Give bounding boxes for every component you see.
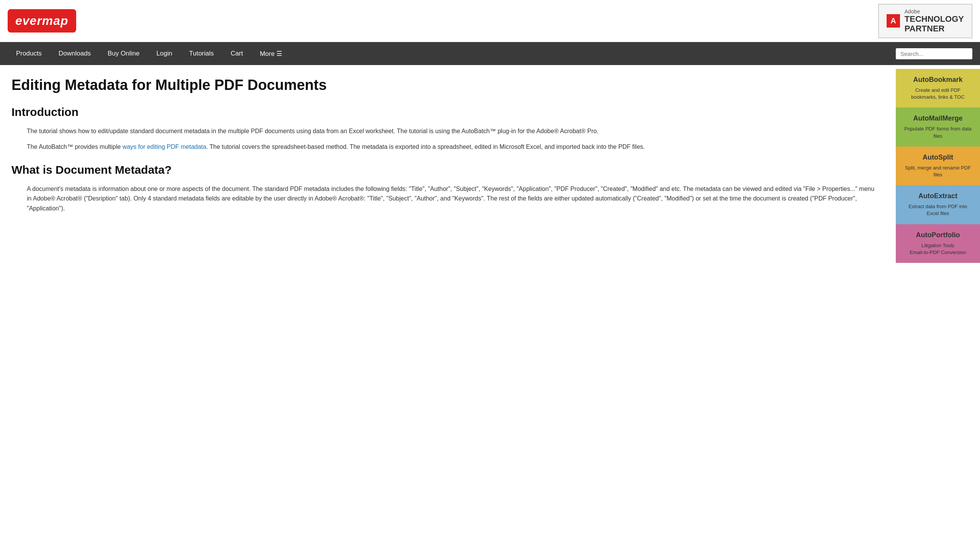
- intro-para2-prefix: The AutoBatch™ provides multiple: [27, 143, 122, 150]
- sidebar-widget-automailmerge[interactable]: AutoMailMerge Populate PDF forms from da…: [896, 108, 980, 146]
- what-heading: What is Document Metadata?: [11, 163, 880, 176]
- site-header: evermap A Adobe TECHNOLOGYPARTNER: [0, 0, 980, 42]
- intro-para-2: The AutoBatch™ provides multiple ways fo…: [27, 142, 880, 152]
- nav-item-downloads[interactable]: Downloads: [50, 42, 99, 65]
- intro-para-1: The tutorial shows how to edit/update st…: [27, 126, 880, 136]
- sidebar: AutoBookmark Create and edit PDF bookmar…: [896, 65, 980, 263]
- nav-item-cart[interactable]: Cart: [222, 42, 252, 65]
- sidebar-widget-autoextract[interactable]: AutoExtract Extract data from PDF into E…: [896, 185, 980, 224]
- what-para: A document's metadata is information abo…: [27, 184, 880, 214]
- autobookmark-desc: Create and edit PDF bookmarks, links & T…: [902, 87, 974, 101]
- adobe-label: A: [890, 16, 896, 25]
- nav-links: Products Downloads Buy Online Login Tuto…: [8, 42, 291, 65]
- autobookmark-title: AutoBookmark: [902, 76, 974, 84]
- nav-item-login[interactable]: Login: [148, 42, 181, 65]
- adobe-logo: A: [887, 14, 900, 28]
- page-layout: Editing Metadata for Multiple PDF Docume…: [0, 65, 980, 263]
- autosplit-desc: Split, merge and rename PDF files: [902, 165, 974, 178]
- nav-item-tutorials[interactable]: Tutorials: [181, 42, 222, 65]
- autoportfolio-desc: Litigation ToolsEmail-to-PDF Conversion: [902, 242, 974, 256]
- logo-box[interactable]: evermap: [8, 9, 76, 33]
- nav-item-more[interactable]: More ☰: [252, 42, 291, 65]
- intro-content-block: The tutorial shows how to edit/update st…: [27, 126, 880, 152]
- adobe-partner-badge: A Adobe TECHNOLOGYPARTNER: [878, 4, 972, 38]
- search-input[interactable]: [896, 48, 972, 59]
- adobe-name: Adobe: [905, 8, 964, 15]
- automailmerge-desc: Populate PDF forms from data files: [902, 126, 974, 139]
- autoextract-title: AutoExtract: [902, 192, 974, 200]
- partner-label: TECHNOLOGYPARTNER: [905, 15, 964, 33]
- intro-para2-suffix: . The tutorial covers the spreadsheet-ba…: [206, 143, 645, 150]
- sidebar-widget-autosplit[interactable]: AutoSplit Split, merge and rename PDF fi…: [896, 147, 980, 185]
- nav-item-products[interactable]: Products: [8, 42, 50, 65]
- autoextract-desc: Extract data from PDF into Excel files: [902, 203, 974, 217]
- automailmerge-title: AutoMailMerge: [902, 114, 974, 122]
- main-content: Editing Metadata for Multiple PDF Docume…: [0, 65, 896, 240]
- autoportfolio-title: AutoPortfolio: [902, 231, 974, 239]
- intro-link[interactable]: ways for editing PDF metadata: [122, 143, 206, 150]
- search-box: [896, 48, 972, 59]
- intro-section: Introduction The tutorial shows how to e…: [11, 106, 880, 152]
- logo-text: evermap: [15, 14, 69, 28]
- sidebar-widget-autobookmark[interactable]: AutoBookmark Create and edit PDF bookmar…: [896, 69, 980, 108]
- intro-heading: Introduction: [11, 106, 880, 119]
- navbar: Products Downloads Buy Online Login Tuto…: [0, 42, 980, 65]
- nav-item-buy-online[interactable]: Buy Online: [99, 42, 148, 65]
- autosplit-title: AutoSplit: [902, 153, 974, 161]
- what-content-block: A document's metadata is information abo…: [27, 184, 880, 214]
- logo-area: evermap: [8, 9, 76, 33]
- sidebar-widget-autoportfolio[interactable]: AutoPortfolio Litigation ToolsEmail-to-P…: [896, 224, 980, 263]
- adobe-partner-text-block: Adobe TECHNOLOGYPARTNER: [905, 8, 964, 33]
- what-section: What is Document Metadata? A document's …: [11, 163, 880, 214]
- page-title: Editing Metadata for Multiple PDF Docume…: [11, 77, 880, 94]
